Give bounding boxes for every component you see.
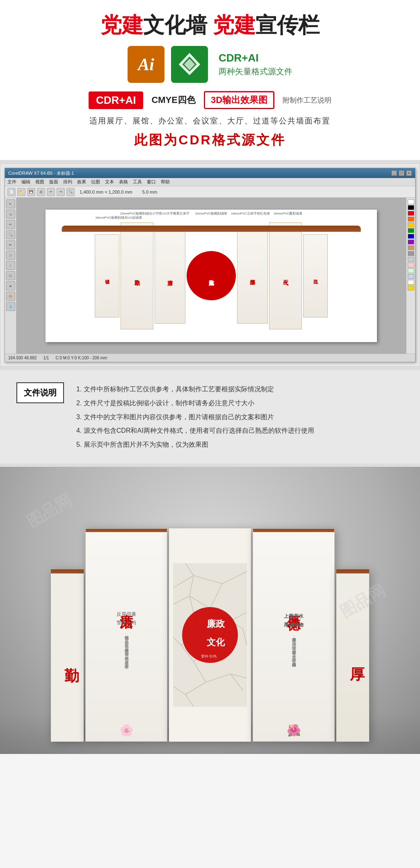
tool-ellipse[interactable]: ○ [6, 261, 15, 270]
toolbar-zoom-level: 5.0 mm [142, 190, 158, 194]
svg-text:文化: 文化 [207, 637, 225, 647]
cdr-measure-label: 15mmPVC板雕刻绒光小字喷UV大字雕塑立体字 10mmPVC板雕刻绒绛 18… [120, 211, 303, 216]
menu-view[interactable]: 视图 [35, 179, 44, 185]
render-roof-lianjie [86, 528, 167, 532]
file-desc-label: 文件说明 [16, 382, 64, 403]
toolbar-new[interactable]: 📄 [7, 188, 16, 196]
tool-shape[interactable]: ◇ [6, 210, 15, 219]
lotus-houde: 🌺 [287, 724, 301, 737]
palette-red[interactable] [408, 211, 414, 216]
cdr-canvas: 15mmPVC板雕刻绒光小字喷UV大字雕塑立体字 10mmPVC板雕刻绒绛 18… [46, 210, 377, 342]
palette-purple[interactable] [408, 240, 414, 244]
tool-rect[interactable]: □ [6, 251, 15, 260]
palette-blue[interactable] [408, 234, 414, 239]
cdr-maximize-btn[interactable]: □ [399, 170, 404, 176]
cdr-content: ↖ ◇ ✂ 🔍 ✏ □ ○ ⬡ A 🎨 💧 15mmPVC板雕刻绒光小字喷UV大… [5, 198, 415, 354]
title-wenhuaqiang: 文化墙 [143, 13, 213, 37]
menu-bitmap[interactable]: 位图 [91, 179, 100, 185]
render-panel-lianjie-title: 廉洁 [117, 603, 135, 607]
palette-orange[interactable] [408, 217, 414, 222]
render-panels-container: 勤 廉洁 反腐倡廉警钟长鸣 坚持公私分明、先公后私、克己奉公。坚持尚廉清者、艰苦… [51, 467, 369, 754]
file-desc-item-4: 4. 源文件包含CDR和AI两种文件格式，使用者可自行选择自己熟悉的软件进行使用 [76, 424, 404, 438]
render-panel-right-partial: 厚 [336, 569, 369, 742]
tag-3d: 3D输出效果图 [204, 91, 274, 109]
svg-text:廉政: 廉政 [206, 619, 225, 629]
file-desc-item-3: 3. 文件中的文字和图片内容仅供参考，图片请根据自己的文案和图片 [76, 410, 404, 424]
menu-tools[interactable]: 工具 [133, 179, 142, 185]
toolbar-size-info: 1,400.0 mm × 1,200.0 mm [80, 190, 132, 194]
section-divider-1 [0, 160, 420, 163]
tag-cmye: CMYE四色 [151, 94, 196, 106]
palette-gray[interactable] [408, 251, 414, 256]
tool-polygon[interactable]: ⬡ [6, 271, 15, 280]
tool-crop[interactable]: ✂ [6, 220, 15, 229]
palette-green[interactable] [408, 228, 414, 233]
palette-brown[interactable] [408, 245, 414, 250]
render-panel-houde-sub: 上善若水厚德载物 [281, 609, 307, 633]
palette-white[interactable] [408, 199, 414, 204]
menu-edit[interactable]: 编辑 [21, 179, 30, 185]
menu-window[interactable]: 窗口 [147, 179, 156, 185]
menu-arrange[interactable]: 排列 [63, 179, 72, 185]
canvas-panel-chengxin: 诚信 [95, 234, 119, 318]
canvas-circle: 廉政文化 [187, 251, 236, 300]
palette-black[interactable] [408, 205, 414, 210]
tool-eyedrop[interactable]: 💧 [6, 302, 15, 311]
render-center-geo-panel: 廉政 文化 警钟 长鸣 [169, 528, 251, 742]
tool-zoom-canvas[interactable]: 🔍 [6, 230, 15, 239]
toolbar-save[interactable]: 💾 [27, 188, 35, 196]
menu-text[interactable]: 文本 [105, 179, 114, 185]
render-panel-houde-desc: 深厚的个人修养，清正廉洁，遵纪守法，深知廉洁从政。不个人主义，甘于奉献，经常保持… [287, 633, 300, 665]
cdr-svg-icon [175, 50, 204, 79]
tool-select[interactable]: ↖ [6, 199, 15, 208]
render-panel-lianjie: 廉洁 反腐倡廉警钟长鸣 坚持公私分明、先公后私、克己奉公。坚持尚廉清者、艰苦奋斗… [85, 528, 167, 742]
subtitle-line: 适用展厅、展馆、办公室、会议室、大厅、过道等公共墙面布置 [8, 116, 412, 126]
ai-icon: Ai [128, 46, 164, 83]
toolbar-redo[interactable]: ↪ [57, 188, 65, 196]
tool-text[interactable]: A [6, 281, 15, 290]
palette-lightblue[interactable] [408, 274, 414, 279]
cdr-menubar: 文件 编辑 视图 版面 排列 效果 位图 文本 表格 工具 窗口 帮助 [5, 178, 415, 186]
palette-lightgreen[interactable] [408, 268, 414, 273]
menu-layout[interactable]: 版面 [49, 179, 58, 185]
cdr-statusbar: 164.930 46.882 1/1 C:0 M:0 Y:0 K:100 - 2… [5, 354, 415, 362]
tool-freehand[interactable]: ✏ [6, 240, 15, 249]
cdr-canvas-area: 15mmPVC板雕刻绒光小字喷UV大字雕塑立体字 10mmPVC板雕刻绒绛 18… [16, 198, 406, 354]
cdr-close-btn[interactable]: × [406, 170, 412, 176]
render-roof-houde [253, 528, 334, 532]
file-desc-item-2: 2. 文件尺寸是投稿比例缩小设计，制作时请务必注意尺寸大小 [76, 396, 404, 410]
toolbar-open[interactable]: 📂 [17, 188, 25, 196]
tool-fill[interactable]: 🎨 [6, 292, 15, 301]
palette-lightyellow[interactable] [408, 280, 414, 285]
toolbar-print[interactable]: 🖨 [37, 188, 45, 196]
palette-yellow[interactable] [408, 222, 414, 227]
cdr-minimize-btn[interactable]: _ [391, 170, 397, 176]
geo-svg: 廉政 文化 警钟 长鸣 [173, 563, 247, 707]
canvas-center-panel: 廉政文化 [187, 219, 236, 332]
render-roof-right [336, 569, 369, 573]
palette-gold[interactable] [408, 286, 414, 290]
cdr-title-text: CorelDRAW X7 64-Bit - 未标题-1 [8, 170, 74, 176]
menu-file[interactable]: 文件 [7, 179, 16, 185]
menu-help[interactable]: 帮助 [161, 179, 170, 185]
title-dangj2: 党建 [213, 13, 256, 37]
format-desc2: 两种矢量格式源文件 [219, 66, 292, 77]
svg-text:警钟  长鸣: 警钟 长鸣 [201, 654, 217, 658]
render-panel-lianjie-desc: 坚持公私分明、先公后私、克己奉公。坚持尚廉清者、艰苦奋斗。视应在前，享受在后，甘… [120, 631, 133, 667]
file-desc-item-1: 1. 文件中所标制作工艺仅供参考，具体制作工艺要根据实际情况制定 [76, 382, 404, 396]
palette-lightgray[interactable] [408, 257, 414, 262]
render-panel-houde-title: 厚德 [285, 605, 303, 609]
canvas-panel-zhengqi: 正气 [269, 222, 302, 330]
main-title: 党建文化墙 党建宣传栏 [8, 12, 412, 38]
render-panel-left-partial: 勤 [51, 569, 84, 742]
toolbar-zoom[interactable]: 🔍 [66, 188, 75, 196]
section-divider-3 [0, 464, 420, 467]
render-roof-left [51, 569, 84, 573]
cdr-left-toolbox: ↖ ◇ ✂ 🔍 ✏ □ ○ ⬡ A 🎨 💧 [5, 198, 16, 354]
toolbar-undo[interactable]: ↩ [47, 188, 55, 196]
cdr-screenshot-section: CorelDRAW X7 64-Bit - 未标题-1 _ □ × 文件 编辑 … [0, 163, 420, 367]
menu-effects[interactable]: 效果 [77, 179, 86, 185]
menu-table[interactable]: 表格 [119, 179, 128, 185]
palette-lightred[interactable] [408, 263, 414, 267]
render-section: 图品网 图品网 勤 廉洁 反腐倡廉警钟长鸣 坚持公私分明、先公后私、克己奉公。坚… [0, 467, 420, 754]
